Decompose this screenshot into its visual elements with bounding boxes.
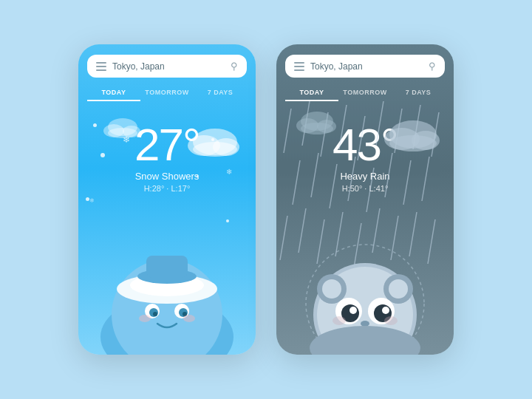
tab-today-snow[interactable]: TODAY [87, 85, 140, 101]
tab-bar-snow: TODAY TOMORROW 7 DAYS [87, 85, 247, 101]
weather-card-snow: Tokyo, Japan ⚲ TODAY TOMORROW 7 DAYS ❄ ❄… [78, 44, 256, 355]
svg-rect-13 [146, 256, 188, 278]
svg-point-68 [382, 307, 389, 314]
svg-line-33 [330, 164, 337, 208]
svg-point-60 [322, 279, 341, 299]
svg-point-51 [389, 135, 437, 151]
weather-range-snow: H:28° · L:17° [134, 184, 200, 193]
snow-particle [226, 219, 229, 222]
rain-clouds-svg [276, 105, 454, 164]
svg-point-21 [183, 315, 195, 322]
search-bar-rain[interactable]: Tokyo, Japan ⚲ [285, 55, 445, 78]
snowman-character [93, 233, 241, 355]
svg-point-67 [349, 307, 357, 314]
svg-point-7 [108, 128, 137, 138]
svg-line-37 [403, 160, 411, 205]
svg-line-35 [366, 168, 374, 212]
tab-7days-rain[interactable]: 7 DAYS [392, 85, 445, 101]
svg-line-39 [280, 216, 287, 260]
svg-point-3 [193, 142, 237, 157]
svg-point-71 [384, 316, 398, 325]
weather-content-snow: ❄ ❄ ❄ 27° Snow Showers H:28° · L:17° [78, 101, 256, 355]
svg-point-55 [301, 123, 333, 134]
menu-icon-rain[interactable] [294, 62, 304, 71]
clouds-svg [78, 109, 256, 168]
svg-point-69 [361, 321, 369, 327]
svg-point-18 [153, 312, 157, 316]
tab-today-rain[interactable]: TODAY [285, 85, 338, 101]
svg-point-20 [139, 315, 151, 322]
tab-tomorrow-snow[interactable]: TOMORROW [140, 85, 194, 101]
location-text-rain: Tokyo, Japan [310, 61, 423, 72]
search-icon-rain[interactable]: ⚲ [429, 61, 436, 72]
tab-bar-rain: TODAY TOMORROW 7 DAYS [285, 85, 445, 101]
search-icon[interactable]: ⚲ [231, 61, 238, 72]
tab-7days-snow[interactable]: 7 DAYS [194, 85, 247, 101]
menu-icon[interactable] [96, 62, 106, 71]
weather-content-rain: 43° Heavy Rain H:50° · L:41° [276, 101, 454, 355]
svg-point-70 [332, 316, 346, 325]
weather-card-rain: Tokyo, Japan ⚲ TODAY TOMORROW 7 DAYS [276, 44, 454, 355]
snowflake: ❄ [89, 197, 95, 204]
svg-line-31 [293, 160, 300, 205]
snow-particle [197, 175, 199, 177]
location-text: Tokyo, Japan [112, 61, 225, 72]
weather-description-snow: Snow Showers [134, 171, 200, 182]
rain-panda-character [291, 233, 439, 355]
tab-tomorrow-rain[interactable]: TOMORROW [338, 85, 392, 101]
svg-point-62 [389, 279, 408, 299]
snowflake: ❄ [226, 168, 232, 176]
search-bar-snow[interactable]: Tokyo, Japan ⚲ [87, 55, 247, 78]
